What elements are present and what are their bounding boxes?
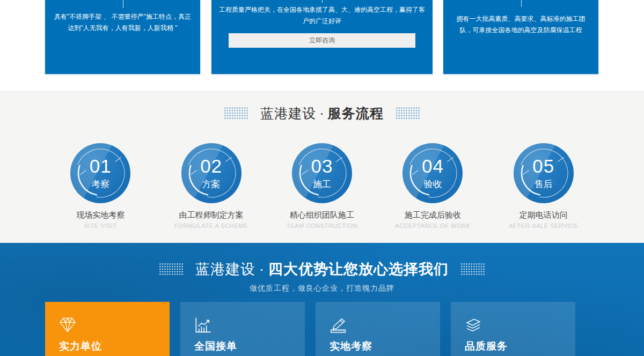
step-label: 由工程师制定方案 — [156, 210, 266, 220]
slash-decoration — [80, 169, 86, 174]
step-sublabel: SITE VISIT — [45, 222, 156, 229]
dots-decoration-icon — [396, 107, 420, 120]
step-number: 01 — [90, 157, 112, 175]
advantage-cards-row: 实力单位 STRENGTH UNIT 全国接单 ORDER ACCEPTANCE — [45, 302, 644, 356]
process-section-title: 蓝港建设·服务流程 — [260, 105, 383, 122]
advantage-card-title: 实地考察 — [330, 339, 440, 353]
advantage-card-orders[interactable]: 全国接单 ORDER ACCEPTANCE — [180, 302, 305, 356]
step-circle: 02 方案 — [181, 143, 241, 203]
consult-now-button[interactable]: 立即咨询 — [229, 33, 415, 48]
process-step-5: 05 售后 定期电话访问 AFTER-SALE SERVICE — [488, 143, 599, 229]
top-promo-section: 具有"不搭脚手架 、 不需要停产"施工特点，真正达到"人无我有，人有我新，人新我… — [0, 0, 644, 91]
step-name: 售后 — [535, 178, 553, 190]
slash-decoration — [558, 157, 564, 161]
step-label: 定期电话访问 — [488, 210, 599, 220]
step-name: 施工 — [313, 178, 331, 190]
slash-decoration — [302, 169, 308, 174]
step-number: 04 — [422, 157, 444, 175]
step-sublabel: FORMULATE A SCHEME — [156, 222, 266, 229]
dots-decoration-icon — [159, 263, 184, 276]
step-sublabel: TEAM CONSTRUCTION — [267, 222, 377, 229]
dots-decoration-icon — [460, 263, 485, 276]
step-sublabel: ACCEPTANCE OF WORK — [377, 222, 488, 229]
divider-tick — [123, 0, 123, 8]
advantage-card-title: 全国接单 — [194, 339, 305, 353]
dots-decoration-icon — [224, 107, 248, 120]
promo-card-text: 工程质量严格把关，在全国各地承揽了高、大、难的高空工程，赢得了客户的广泛好评 — [211, 0, 433, 27]
step-circle: 04 验收 — [402, 143, 463, 203]
step-name: 验收 — [423, 178, 442, 190]
chart-icon — [194, 317, 211, 333]
advantage-card-title: 实力单位 — [59, 339, 170, 353]
slash-decoration — [412, 169, 419, 174]
advantages-title: 蓝港建设·四大优势让您放心选择我们 — [195, 259, 449, 279]
brand-name: 蓝港建设 — [260, 106, 316, 121]
promo-card-left: 具有"不搭脚手架 、 不需要停产"施工特点，真正达到"人无我有，人有我新，人新我… — [45, 0, 200, 74]
process-step-3: 03 施工 精心组织团队施工 TEAM CONSTRUCTION — [267, 143, 377, 229]
promo-card-right: 拥有一大批高素质、高要求、高标准的施工团队，可承接全国各地的高空及防腐保温工程 — [443, 0, 598, 74]
advantage-card-strength[interactable]: 实力单位 STRENGTH UNIT — [45, 302, 170, 356]
step-number: 05 — [532, 157, 554, 175]
advantage-card-title: 品质服务 — [465, 339, 575, 353]
process-title-text: 服务流程 — [328, 106, 384, 121]
process-title-row: 蓝港建设·服务流程 — [0, 105, 644, 122]
promo-card-center: 工程质量严格把关，在全国各地承揽了高、大、难的高空工程，赢得了客户的广泛好评 立… — [211, 0, 433, 74]
brand-name: 蓝港建设 — [195, 261, 255, 277]
step-label: 现场实地考察 — [45, 210, 156, 220]
slash-decoration — [115, 157, 121, 161]
step-circle: 01 考察 — [70, 143, 130, 203]
diamond-icon — [59, 317, 76, 333]
process-step-1: 01 考察 现场实地考察 SITE VISIT — [45, 143, 156, 229]
advantage-card-investigation[interactable]: 实地考察 INVESTIGATION — [316, 302, 440, 356]
step-circle: 03 施工 — [292, 143, 352, 203]
slash-decoration — [447, 157, 453, 161]
slash-decoration — [225, 157, 232, 161]
slash-decoration — [191, 169, 197, 174]
step-name: 考察 — [91, 178, 109, 190]
advantages-subtitle: 做优质工程，做良心企业，打造魄力品牌 — [0, 284, 644, 293]
step-sublabel: AFTER-SALE SERVICE — [488, 222, 599, 229]
advantage-card-quality[interactable]: 品质服务 QUALITY SERVICE — [451, 302, 575, 356]
page-root: 具有"不搭脚手架 、 不需要停产"施工特点，真正达到"人无我有，人有我新，人新我… — [0, 0, 644, 356]
title-separator: · — [319, 106, 324, 121]
process-step-2: 02 方案 由工程师制定方案 FORMULATE A SCHEME — [156, 143, 266, 229]
pencil-ruler-icon — [330, 317, 347, 333]
service-process-section: 蓝港建设·服务流程 01 考察 现场实地考察 — [0, 91, 644, 243]
advantages-section: 蓝港建设·四大优势让您放心选择我们 做优质工程，做良心企业，打造魄力品牌 实力单… — [0, 243, 644, 356]
slash-decoration — [523, 169, 529, 174]
advantages-title-text: 四大优势让您放心选择我们 — [268, 261, 449, 277]
step-label: 施工完成后验收 — [377, 210, 488, 220]
process-step-4: 04 验收 施工完成后验收 ACCEPTANCE OF WORK — [377, 143, 488, 229]
layers-icon — [465, 317, 482, 333]
step-circle: 05 售后 — [514, 143, 574, 203]
step-number: 02 — [200, 157, 222, 175]
divider-tick — [521, 0, 522, 7]
step-name: 方案 — [202, 178, 221, 190]
divider-tick — [322, 0, 323, 3]
title-separator: · — [259, 261, 265, 277]
step-number: 03 — [311, 157, 333, 175]
slash-decoration — [336, 157, 343, 161]
advantages-title-row: 蓝港建设·四大优势让您放心选择我们 — [0, 260, 644, 278]
step-label: 精心组织团队施工 — [267, 210, 377, 220]
process-steps: 01 考察 现场实地考察 SITE VISIT 02 — [45, 143, 599, 229]
